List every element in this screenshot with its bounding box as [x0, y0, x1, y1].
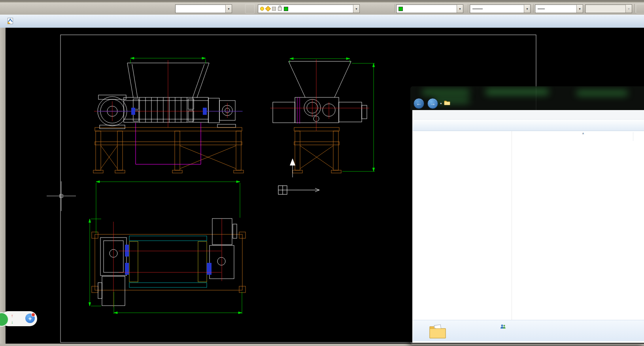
layer-panel-group [244, 4, 255, 13]
screen: ▼ ▼ ▼ ▼ [0, 0, 644, 346]
linetype-combo[interactable]: ▼ [470, 4, 531, 13]
toolbar-separator [635, 4, 635, 13]
chevron-down-icon[interactable]: ▼ [576, 5, 583, 13]
navigation-pane [413, 131, 512, 320]
text-style-icon[interactable] [636, 4, 644, 13]
layer-on-bulb-icon[interactable] [260, 7, 264, 11]
chevron-down-icon: ▼ [625, 5, 632, 13]
side-view [270, 57, 375, 177]
details-pane [413, 320, 644, 341]
layer-color-swatch [284, 7, 288, 11]
net-speed-widget[interactable]: ↑ ↓ + [0, 311, 38, 326]
document-tab-bar [0, 15, 644, 29]
left-dock-strip [0, 28, 6, 344]
window-content: ▲ [412, 110, 644, 343]
file-list-pane: ▲ [512, 131, 644, 320]
column-divider[interactable] [633, 132, 633, 141]
boost-ball-icon[interactable]: + [25, 314, 35, 323]
address-bar: ← → ▼ [410, 97, 644, 110]
ucs-icon [278, 186, 319, 194]
front-view [93, 57, 244, 173]
sort-ascending-icon: ▲ [582, 131, 585, 135]
address-folder-icon [444, 100, 450, 107]
download-arrow-icon: ↓ [11, 319, 16, 325]
list-header: ▲ [512, 132, 644, 141]
current-color-swatch [398, 7, 403, 11]
linetype-sample-icon [472, 9, 483, 9]
toolbar-separator [534, 4, 534, 13]
lineweight-combo[interactable]: ▼ [535, 4, 583, 13]
layer-freeze-sun-icon[interactable] [265, 6, 271, 11]
chevron-down-icon[interactable]: ▼ [353, 5, 359, 13]
upload-arrow-icon: ↑ [11, 312, 16, 319]
layer-properties-icon[interactable] [245, 4, 255, 13]
menu-bar [413, 110, 644, 120]
chevron-down-icon[interactable]: ▼ [225, 5, 232, 13]
color-combo[interactable]: ▼ [396, 4, 463, 13]
toolbar-separator [468, 4, 469, 13]
crosshair-cursor [47, 181, 76, 211]
lineweight-sample-icon [538, 9, 545, 9]
toolbar-separator [395, 4, 396, 13]
layer-lock-icon[interactable] [278, 7, 282, 11]
document-tab[interactable] [7, 18, 16, 25]
plotstyle-combo: ▼ [585, 4, 632, 13]
forward-button[interactable]: → [427, 98, 438, 109]
plan-view [89, 181, 246, 314]
selected-folder-icon [429, 322, 447, 340]
chevron-down-icon[interactable]: ▼ [524, 5, 530, 13]
cad-dimension-toolbar: ▼ ▼ ▼ ▼ [0, 2, 644, 15]
command-toolbar [413, 120, 644, 131]
layer-vp-freeze-icon[interactable] [272, 7, 276, 11]
chevron-down-icon[interactable]: ▼ [457, 5, 463, 13]
layer-combo[interactable]: ▼ [258, 4, 360, 13]
dim-style-combo[interactable]: ▼ [175, 4, 232, 13]
explorer-window: ← → ▼ ▲ [410, 86, 644, 344]
shared-users-icon [500, 324, 506, 330]
caxa-file-icon [7, 18, 13, 25]
back-button[interactable]: ← [414, 98, 424, 109]
history-chevron-icon[interactable]: ▼ [440, 102, 442, 105]
